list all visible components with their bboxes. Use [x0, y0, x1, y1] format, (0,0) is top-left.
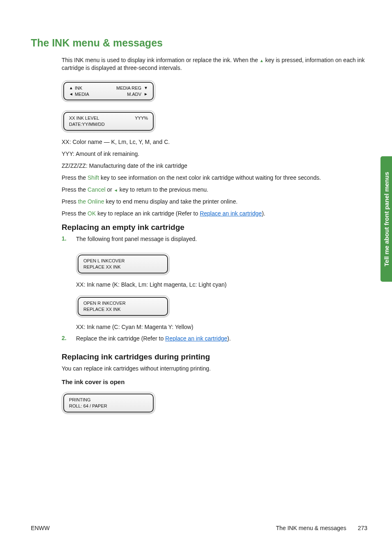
side-tab: Tell me about front panel menus — [380, 156, 392, 282]
lcd-text: OPEN L INKCOVER — [83, 258, 162, 264]
lcd-panel-open-l: OPEN L INKCOVER REPLACE XX INK — [76, 253, 170, 275]
replace-ink-link[interactable]: Replace an ink cartridge — [165, 335, 227, 342]
up-arrow-icon: ▲ — [69, 86, 73, 90]
step-number: 2. — [62, 335, 76, 347]
definition-zz: ZZ/ZZ/ZZ: Manufacturing date of the ink … — [62, 162, 367, 170]
press-cancel-line: Press the Cancel or ◄ key to return to t… — [62, 186, 367, 194]
replace-ink-link[interactable]: Replace an ink cartridge — [200, 210, 262, 217]
footer-page-number: 273 — [358, 525, 367, 531]
lcd-text: OPEN R INKCOVER — [83, 300, 162, 306]
press-online-line: Press the Online key to end menu display… — [62, 198, 367, 206]
lcd-panel-menu: ▲INK MEDIA REG▼ ◄MEDIA M.ADV► — [62, 80, 155, 102]
subheading-during-printing: Replacing ink cartridges during printing — [62, 352, 367, 361]
down-arrow-icon: ▼ — [144, 86, 148, 90]
definition-yyy: YYY: Amount of ink remaining. — [62, 150, 367, 158]
step-text: Replace the ink cartridge (Refer to Repl… — [76, 335, 367, 343]
right-arrow-icon: ► — [144, 92, 148, 96]
lcd-text: MEDIA REG — [116, 85, 141, 91]
page-footer: ENWW The INK menu & messages 273 — [31, 525, 367, 531]
during-printing-text: You can replace ink cartridges without i… — [62, 365, 367, 373]
lcd-text: REPLACE XX INK — [83, 264, 162, 270]
shift-key-label: Shift — [88, 174, 99, 181]
online-key-label: the Online — [78, 198, 104, 205]
lcd-panel-printing: PRINTING ROLL: 64 / PAPER — [62, 392, 155, 414]
lcd-text: INK — [75, 85, 82, 91]
ink-name-note-2: XX: Ink name (C: Cyan M: Magenta Y: Yell… — [76, 323, 367, 331]
step-1: 1. The following front panel message is … — [62, 235, 367, 247]
footer-left: ENWW — [31, 525, 50, 531]
cancel-key-label: Cancel — [88, 186, 106, 193]
lcd-text: M.ADV — [127, 91, 141, 97]
lcd-text: XX INK LEVEL — [69, 115, 99, 121]
lcd-text: YYY% — [135, 115, 148, 121]
lcd-text: PRINTING — [69, 397, 148, 403]
step-number: 1. — [62, 235, 76, 247]
subheading-cover-open: The ink cover is open — [62, 378, 367, 385]
left-arrow-icon: ◄ — [69, 92, 73, 96]
lcd-text: ROLL: 64 / PAPER — [69, 403, 148, 409]
press-shift-line: Press the Shift key to see information o… — [62, 174, 367, 182]
press-ok-line: Press the OK key to replace an ink cartr… — [62, 210, 367, 218]
up-triangle-icon: ▲ — [260, 58, 264, 63]
lcd-panel-inklevel: XX INK LEVEL YYY% DATE:YY/MM/DD — [62, 110, 155, 132]
definition-xx: XX: Color name — K, Lm, Lc, Y, M, and C. — [62, 138, 367, 146]
step-text: The following front panel message is dis… — [76, 235, 367, 243]
lcd-panel-open-r: OPEN R INKCOVER REPLACE XX INK — [76, 295, 170, 317]
ink-name-note-1: XX: Ink name (K: Black, Lm: Light magent… — [76, 281, 367, 289]
lcd-text: REPLACE XX INK — [83, 306, 162, 313]
step-2: 2. Replace the ink cartridge (Refer to R… — [62, 335, 367, 347]
side-tab-label: Tell me about front panel menus — [383, 172, 390, 266]
intro-paragraph: This INK menu is used to display ink inf… — [62, 56, 367, 72]
lcd-text: MEDIA — [75, 91, 89, 97]
page-heading: The INK menu & messages — [31, 37, 367, 49]
subheading-empty-cartridge: Replacing an empty ink cartridge — [62, 223, 367, 232]
ok-key-label: OK — [88, 210, 96, 217]
footer-section: The INK menu & messages — [276, 525, 346, 531]
lcd-text: DATE:YY/MM/DD — [69, 121, 105, 127]
left-arrow-icon: ◄ — [114, 188, 118, 192]
